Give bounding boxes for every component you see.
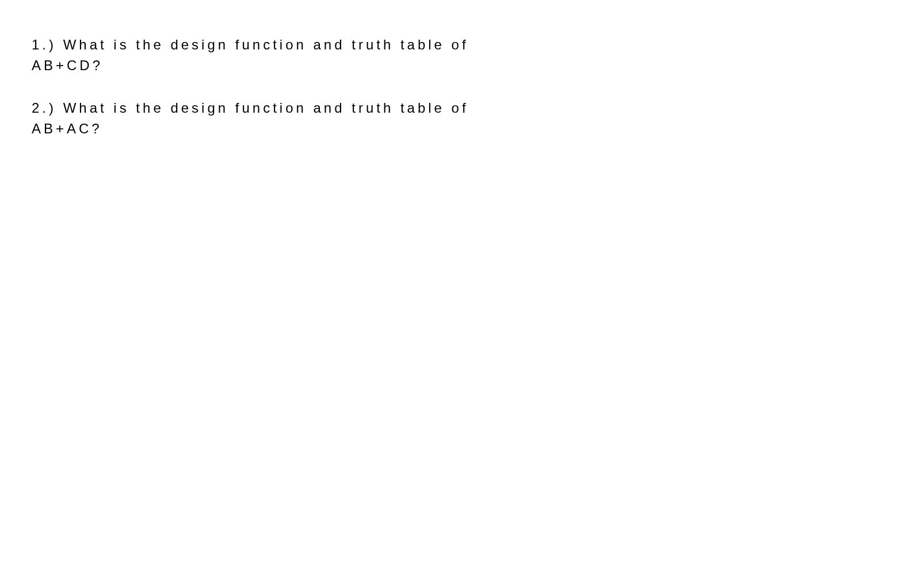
document-content: 1.) What is the design function and trut…	[0, 0, 924, 139]
question-2-text: 2.) What is the design function and trut…	[32, 100, 469, 136]
question-1-text: 1.) What is the design function and trut…	[32, 37, 469, 73]
question-2: 2.) What is the design function and trut…	[32, 98, 503, 139]
question-1: 1.) What is the design function and trut…	[32, 34, 503, 76]
